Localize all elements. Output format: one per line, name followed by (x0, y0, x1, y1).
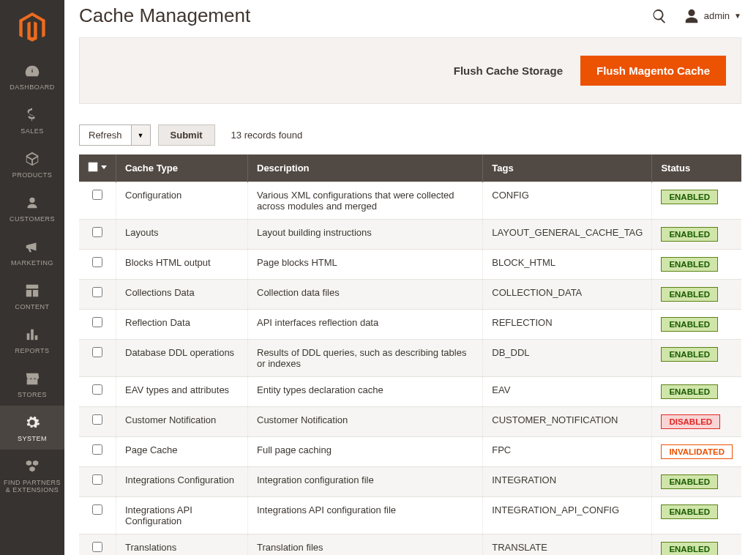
sidebar-item-stores[interactable]: STORES (0, 362, 64, 406)
col-header-tags[interactable]: Tags (483, 154, 652, 182)
caret-down-icon: ▼ (734, 12, 741, 20)
row-checkbox[interactable] (92, 444, 102, 455)
cell-description: Layout building instructions (248, 220, 483, 250)
cell-description: Full page caching (248, 437, 483, 467)
sidebar-item-label: STORES (3, 391, 61, 398)
cell-status: ENABLED (652, 467, 741, 497)
row-checkbox[interactable] (92, 504, 102, 515)
cell-status: ENABLED (652, 280, 741, 310)
mass-action-select[interactable]: Refresh (79, 124, 132, 146)
sidebar-item-customers[interactable]: CUSTOMERS (0, 186, 64, 230)
cell-tags: COLLECTION_DATA (483, 280, 652, 310)
table-row: LayoutsLayout building instructionsLAYOU… (79, 220, 741, 250)
admin-sidebar: DASHBOARDSALESPRODUCTSCUSTOMERSMARKETING… (0, 0, 64, 555)
sidebar-item-label: SYSTEM (3, 435, 61, 442)
cell-status: ENABLED (652, 534, 741, 556)
status-badge: ENABLED (661, 384, 718, 399)
table-row: Page CacheFull page cachingFPCINVALIDATE… (79, 437, 741, 467)
select-all-checkbox[interactable] (88, 162, 98, 172)
row-checkbox[interactable] (92, 317, 102, 327)
action-bar: Flush Cache Storage Flush Magento Cache (79, 37, 741, 104)
status-badge: ENABLED (661, 287, 718, 302)
table-row: Database DDL operationsResults of DDL qu… (79, 340, 741, 377)
magento-logo (18, 13, 47, 42)
dollar-icon (24, 107, 40, 123)
sidebar-item-content[interactable]: CONTENT (0, 274, 64, 318)
cell-status: ENABLED (652, 250, 741, 280)
cell-tags: TRANSLATE (483, 534, 652, 556)
cell-tags: DB_DDL (483, 340, 652, 377)
col-header-cache-type[interactable]: Cache Type (116, 154, 248, 182)
table-row: Blocks HTML outputPage blocks HTMLBLOCK_… (79, 250, 741, 280)
box-icon (24, 151, 40, 167)
sidebar-item-label: PRODUCTS (3, 171, 61, 179)
sidebar-item-reports[interactable]: REPORTS (0, 318, 64, 362)
row-checkbox[interactable] (92, 414, 102, 425)
layout-icon (24, 283, 40, 299)
table-row: Integrations ConfigurationIntegration co… (79, 467, 741, 497)
main-content: Cache Management admin ▼ Flush Cache Sto… (64, 0, 756, 555)
col-header-status[interactable]: Status (652, 154, 741, 182)
sidebar-item-system[interactable]: SYSTEM (0, 406, 64, 450)
sidebar-item-label: MARKETING (3, 259, 61, 267)
search-icon[interactable] (651, 8, 667, 24)
records-count: 13 records found (231, 130, 303, 141)
sidebar-item-marketing[interactable]: MARKETING (0, 230, 64, 274)
cell-cache-type: Reflection Data (116, 310, 248, 340)
sidebar-item-label: FIND PARTNERS & EXTENSIONS (3, 479, 61, 493)
submit-button[interactable]: Submit (158, 124, 215, 146)
cell-cache-type: EAV types and attributes (116, 377, 248, 407)
cell-status: ENABLED (652, 220, 741, 250)
row-checkbox[interactable] (92, 474, 102, 485)
table-row: ConfigurationVarious XML configurations … (79, 182, 741, 220)
cell-description: Various XML configurations that were col… (248, 182, 483, 220)
row-checkbox[interactable] (92, 190, 102, 200)
table-row: Customer NotificationCustomer Notificati… (79, 407, 741, 437)
megaphone-icon (24, 239, 40, 255)
col-header-checkbox[interactable] (79, 154, 116, 182)
cell-tags: INTEGRATION_API_CONFIG (483, 497, 652, 534)
cell-tags: REFLECTION (483, 310, 652, 340)
col-header-description[interactable]: Description (248, 154, 483, 182)
account-menu[interactable]: admin ▼ (684, 8, 741, 24)
status-badge: ENABLED (661, 227, 718, 242)
cell-description: Entity types declaration cache (248, 377, 483, 407)
cell-description: Page blocks HTML (248, 250, 483, 280)
cell-status: DISABLED (652, 407, 741, 437)
cell-status: ENABLED (652, 377, 741, 407)
sidebar-item-dashboard[interactable]: DASHBOARD (0, 54, 64, 98)
flush-magento-cache-button[interactable]: Flush Magento Cache (580, 56, 726, 86)
row-checkbox[interactable] (92, 542, 102, 552)
gauge-icon (24, 63, 40, 79)
page-title: Cache Management (79, 4, 250, 27)
checkbox-dropdown-icon[interactable] (101, 165, 107, 169)
table-row: Reflection DataAPI interfaces reflection… (79, 310, 741, 340)
mass-action-toggle[interactable]: ▼ (132, 124, 151, 146)
sidebar-item-label: CUSTOMERS (3, 215, 61, 223)
cell-description: Integration configuration file (248, 467, 483, 497)
table-row: TranslationsTranslation filesTRANSLATEEN… (79, 534, 741, 556)
row-checkbox[interactable] (92, 347, 102, 357)
row-checkbox[interactable] (92, 257, 102, 267)
sidebar-item-sales[interactable]: SALES (0, 98, 64, 142)
status-badge: ENABLED (661, 347, 718, 362)
status-badge: ENABLED (661, 542, 718, 555)
sidebar-item-label: CONTENT (3, 303, 61, 310)
row-checkbox[interactable] (92, 287, 102, 297)
sidebar-item-find-partners-extensions[interactable]: FIND PARTNERS & EXTENSIONS (0, 450, 64, 501)
cell-tags: LAYOUT_GENERAL_CACHE_TAG (483, 220, 652, 250)
cell-cache-type: Customer Notification (116, 407, 248, 437)
cell-status: ENABLED (652, 310, 741, 340)
gear-icon (24, 414, 40, 431)
sidebar-item-label: DASHBOARD (3, 83, 61, 91)
row-checkbox[interactable] (92, 384, 102, 395)
flush-cache-storage-button[interactable]: Flush Cache Storage (454, 64, 563, 77)
cell-cache-type: Configuration (116, 182, 248, 220)
sidebar-item-products[interactable]: PRODUCTS (0, 142, 64, 186)
user-label: admin (704, 10, 730, 21)
sidebar-item-label: REPORTS (3, 347, 61, 354)
cell-cache-type: Page Cache (116, 437, 248, 467)
cell-description: Collection data files (248, 280, 483, 310)
row-checkbox[interactable] (92, 227, 102, 237)
person-icon (24, 195, 40, 211)
